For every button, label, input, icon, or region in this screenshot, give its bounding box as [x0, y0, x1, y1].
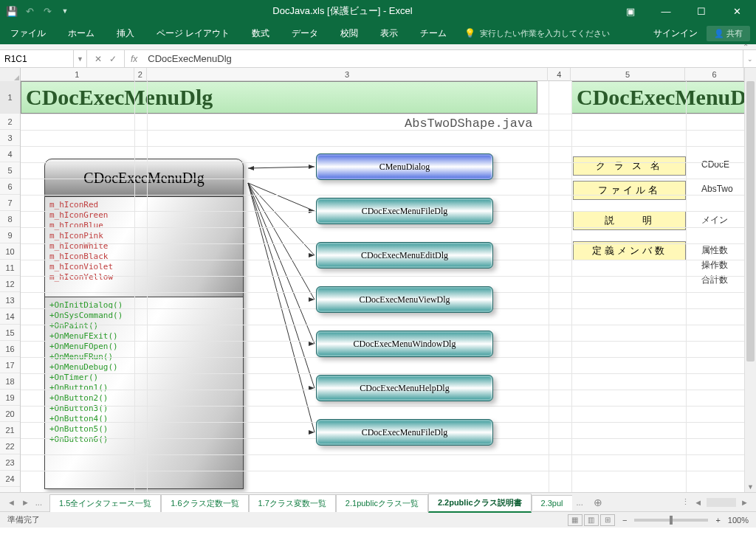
col-header[interactable]: 2 — [134, 68, 147, 81]
row-header[interactable]: 18 — [0, 373, 20, 390]
tab-data[interactable]: データ — [287, 24, 323, 43]
sheet-tab[interactable]: 2.1publicクラス一覧 — [336, 494, 428, 512]
tell-me-search[interactable]: 💡実行したい作業を入力してください — [464, 28, 610, 39]
svg-line-13 — [248, 183, 315, 432]
uml-attributes-section: m_hIconRedm_hIconGreenm_hIconBluem_hIcon… — [44, 197, 244, 297]
cell-grid[interactable]: CDocExecMenuDlg CDocExecMenuDl AbsTwoDSh… — [21, 81, 744, 492]
tab-file[interactable]: ファイル — [6, 24, 50, 43]
col-header[interactable]: 4 — [548, 68, 571, 81]
select-all-corner[interactable] — [0, 68, 21, 81]
sheet-tab[interactable]: 1.7クラス変数一覧 — [249, 494, 336, 512]
expand-formula-bar-icon[interactable]: ⌄ — [743, 50, 756, 67]
uml-method: +OnButton5() — [49, 424, 238, 435]
row-header[interactable]: 1 — [0, 81, 20, 114]
sheet-tab[interactable]: 1.5全インタフェース一覧 — [49, 494, 161, 512]
save-icon[interactable]: 💾 — [6, 5, 18, 17]
close-button[interactable]: ✕ — [721, 1, 753, 21]
zoom-slider[interactable] — [634, 519, 708, 522]
share-button[interactable]: 👤 共有 — [707, 26, 750, 41]
col-header[interactable]: 1 — [21, 68, 134, 81]
person-icon: 👤 — [714, 29, 724, 38]
svg-line-7 — [248, 183, 315, 300]
row-header[interactable]: 23 — [0, 454, 20, 471]
label-class-name: ク ラ ス 名 — [573, 156, 686, 176]
row-header[interactable]: 24 — [0, 471, 20, 487]
row-header[interactable]: 16 — [0, 341, 20, 357]
tab-nav-first-icon[interactable]: ◄ — [7, 498, 16, 507]
maximize-button[interactable]: ☐ — [685, 1, 718, 21]
row-header[interactable]: 12 — [0, 276, 20, 292]
ribbon-display-icon[interactable]: ▣ — [614, 1, 647, 21]
fx-icon[interactable]: fx — [125, 54, 143, 64]
tab-nav-prev-icon[interactable]: ► — [21, 498, 30, 507]
scroll-down-icon[interactable]: ▼ — [745, 483, 756, 491]
row-header[interactable]: 11 — [0, 260, 20, 276]
tab-ellipsis[interactable]: ... — [35, 498, 42, 507]
row-header[interactable]: 8 — [0, 211, 20, 227]
uml-method: +OnButton6() — [49, 435, 238, 445]
tab-home[interactable]: ホーム — [63, 24, 99, 43]
row-header[interactable]: 10 — [0, 243, 20, 260]
col-header[interactable]: 6 — [685, 68, 744, 81]
row-header[interactable]: 3 — [0, 130, 20, 146]
row-header[interactable]: 17 — [0, 357, 20, 373]
col-header[interactable]: 5 — [571, 68, 685, 81]
minimize-button[interactable]: — — [650, 1, 682, 21]
row-header[interactable]: 5 — [0, 162, 20, 179]
row-header[interactable]: 19 — [0, 390, 20, 406]
name-box-dropdown-icon[interactable]: ▼ — [74, 50, 87, 67]
row-header[interactable]: 20 — [0, 406, 20, 422]
ribbon-collapse-bar[interactable]: ⌃ — [0, 44, 756, 50]
zoom-in-button[interactable]: + — [715, 516, 720, 525]
row-header[interactable]: 6 — [0, 179, 20, 195]
row-header[interactable]: 4 — [0, 146, 20, 162]
zoom-out-button[interactable]: − — [622, 516, 627, 525]
row-header[interactable]: 15 — [0, 325, 20, 341]
sheet-tab-active[interactable]: 2.2publicクラス説明書 — [428, 494, 532, 513]
uml-attribute: m_hIconViolet — [49, 262, 238, 272]
uml-methods-section: +OnInitDialog()+OnSysCommand()+OnPaint()… — [44, 297, 244, 489]
uml-attribute: m_hIconYellow — [49, 272, 238, 283]
name-box[interactable]: R1C1 — [0, 50, 74, 67]
row-header[interactable]: 9 — [0, 227, 20, 243]
formula-input[interactable]: CDocExecMenuDlg — [143, 52, 743, 66]
sheet-tab[interactable]: 2.3pul — [532, 495, 572, 511]
hscroll-left-icon[interactable]: ◄ — [694, 498, 702, 507]
tab-review[interactable]: 校閲 — [336, 24, 362, 43]
zoom-level[interactable]: 100% — [728, 516, 749, 525]
tab-view[interactable]: 表示 — [376, 24, 402, 43]
value-description: メイン — [701, 214, 728, 226]
row-header[interactable]: 22 — [0, 438, 20, 454]
qat-dropdown-icon[interactable]: ▼ — [59, 5, 71, 17]
add-sheet-button[interactable]: ⊕ — [588, 497, 608, 508]
uml-method: +OnMenuDebug() — [49, 362, 238, 373]
vscroll-thumb[interactable] — [746, 81, 755, 362]
undo-icon[interactable]: ↶ — [24, 5, 35, 17]
enter-formula-icon[interactable]: ✓ — [109, 54, 117, 64]
tab-ellipsis-right[interactable]: ... — [572, 498, 588, 507]
hscroll-right-icon[interactable]: ► — [740, 498, 749, 507]
tab-split-handle[interactable]: ⋮ — [681, 497, 690, 507]
vertical-scrollbar[interactable]: ▼ — [744, 68, 756, 492]
signin-link[interactable]: サインイン — [653, 27, 698, 40]
normal-view-button[interactable]: ▦ — [568, 514, 583, 526]
svg-marker-8 — [309, 297, 315, 302]
row-header[interactable]: 2 — [0, 114, 20, 130]
row-header[interactable]: 14 — [0, 308, 20, 325]
row-header[interactable]: 21 — [0, 422, 20, 438]
tab-insert[interactable]: 挿入 — [112, 24, 139, 43]
sheet-tab[interactable]: 1.6クラス定数一覧 — [161, 494, 248, 512]
redo-icon[interactable]: ↷ — [41, 5, 53, 17]
tab-team[interactable]: チーム — [416, 24, 451, 43]
col-header[interactable]: 3 — [147, 68, 548, 81]
tab-pagelayout[interactable]: ページ レイアウト — [152, 24, 234, 43]
cancel-formula-icon[interactable]: ✕ — [94, 54, 102, 64]
page-break-view-button[interactable]: ⊞ — [600, 514, 615, 526]
row-header[interactable]: 7 — [0, 195, 20, 211]
horizontal-scrollbar[interactable] — [707, 498, 736, 507]
tab-formulas[interactable]: 数式 — [247, 24, 274, 43]
page-layout-view-button[interactable]: ▥ — [584, 514, 599, 526]
row-header[interactable]: 13 — [0, 292, 20, 308]
uml-attribute: m_hIconRed — [49, 200, 238, 210]
svg-marker-1 — [309, 165, 315, 169]
